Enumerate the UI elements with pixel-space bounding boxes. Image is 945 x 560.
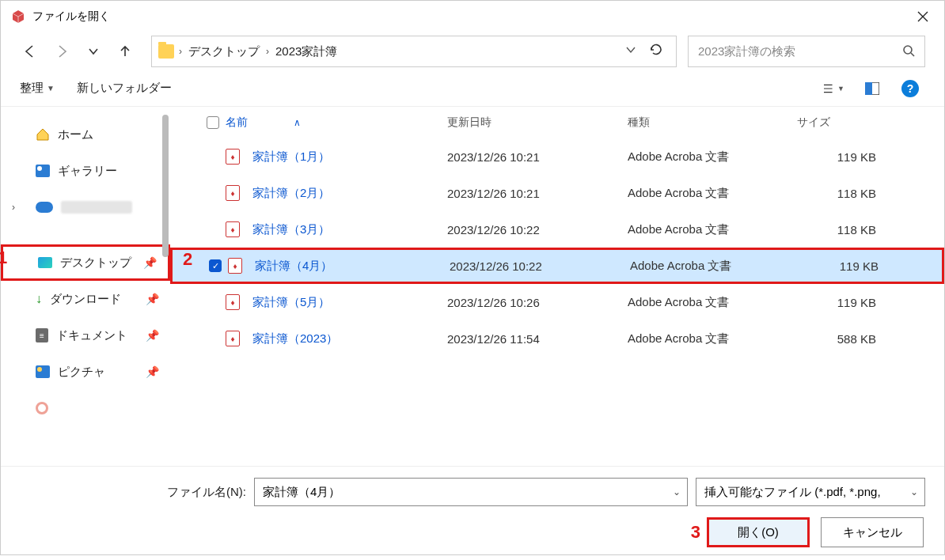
organize-button[interactable]: 整理▼ — [20, 81, 55, 96]
column-name[interactable]: 名前∧ — [226, 115, 447, 130]
sidebar-item-music[interactable] — [1, 390, 170, 426]
address-bar[interactable]: › デスクトップ › 2023家計簿 — [151, 36, 677, 67]
titlebar: ファイルを開く — [1, 1, 944, 32]
pin-icon: 📌 — [146, 329, 159, 342]
breadcrumb-item[interactable]: 2023家計簿 — [274, 41, 339, 62]
cloud-icon — [36, 202, 53, 213]
sidebar-item-home[interactable]: ホーム — [1, 116, 170, 153]
sort-arrow-icon: ∧ — [294, 117, 301, 128]
sidebar-item-documents[interactable]: ドキュメント 📌 — [1, 317, 170, 354]
download-icon: ↓ — [36, 292, 42, 306]
annotation-1: 1 — [0, 248, 7, 268]
file-row[interactable]: ♦家計簿（1月） 2023/12/26 10:21 Adobe Acroba 文… — [170, 138, 944, 175]
sidebar-item-onedrive[interactable]: › — [1, 189, 170, 225]
sidebar-label: デスクトップ — [60, 255, 131, 271]
sidebar: ホーム ギャラリー › 1 デスクトップ 📌 ↓ ダウンロード 📌 — [1, 107, 170, 466]
pin-icon: 📌 — [146, 365, 159, 378]
gallery-icon — [36, 165, 50, 177]
pdf-icon: ♦ — [226, 221, 240, 237]
file-row[interactable]: ♦家計簿（2月） 2023/12/26 10:21 Adobe Acroba 文… — [170, 175, 944, 211]
sidebar-item-desktop[interactable]: デスクトップ 📌 — [1, 244, 170, 281]
chevron-right-icon: › — [266, 46, 269, 57]
pdf-icon: ♦ — [228, 258, 242, 274]
svg-point-0 — [904, 46, 912, 54]
column-size[interactable]: サイズ — [797, 115, 900, 130]
refresh-icon[interactable] — [649, 43, 663, 60]
sidebar-label: ドキュメント — [56, 328, 127, 343]
chevron-right-icon: › — [12, 202, 15, 213]
search-placeholder: 2023家計簿の検索 — [698, 44, 795, 59]
annotation-2: 2 — [183, 249, 192, 270]
filetype-select[interactable]: 挿入可能なファイル (*.pdf, *.png, ⌄ — [696, 478, 925, 506]
sidebar-label: ピクチャ — [58, 365, 105, 380]
breadcrumb-item[interactable]: デスクトップ — [187, 41, 261, 62]
document-icon — [36, 328, 48, 342]
pictures-icon — [36, 365, 50, 378]
select-all-checkbox[interactable] — [207, 116, 219, 129]
svg-rect-2 — [865, 82, 872, 95]
chevron-down-icon[interactable] — [625, 44, 636, 59]
file-row[interactable]: ♦家計簿（3月） 2023/12/26 10:22 Adobe Acroba 文… — [170, 211, 944, 248]
sidebar-label: ダウンロード — [50, 292, 121, 307]
chevron-down-icon[interactable]: ⌄ — [673, 486, 681, 498]
pdf-icon: ♦ — [226, 185, 240, 201]
sidebar-item-gallery[interactable]: ギャラリー — [1, 153, 170, 189]
sidebar-item-downloads[interactable]: ↓ ダウンロード 📌 — [1, 281, 170, 317]
search-icon — [902, 44, 915, 59]
file-pane: 名前∧ 更新日時 種類 サイズ ♦家計簿（1月） 2023/12/26 10:2… — [170, 107, 944, 466]
recent-dropdown[interactable] — [83, 41, 104, 62]
preview-pane-button[interactable] — [862, 78, 882, 99]
music-icon — [36, 402, 48, 414]
back-button[interactable] — [20, 41, 40, 62]
help-button[interactable]: ? — [900, 78, 920, 99]
open-button[interactable]: 開く(O) — [707, 517, 810, 547]
bottom-panel: ファイル名(N): 家計簿（4月） ⌄ 挿入可能なファイル (*.pdf, *.… — [1, 466, 944, 554]
new-folder-button[interactable]: 新しいフォルダー — [77, 81, 172, 96]
chevron-down-icon[interactable]: ⌄ — [910, 486, 918, 498]
file-row[interactable]: ♦家計簿（5月） 2023/12/26 10:26 Adobe Acroba 文… — [170, 284, 944, 320]
sidebar-item-pictures[interactable]: ピクチャ 📌 — [1, 354, 170, 390]
sidebar-label: ホーム — [58, 127, 93, 142]
close-button[interactable] — [905, 4, 941, 29]
desktop-icon — [38, 257, 52, 268]
cancel-button[interactable]: キャンセル — [821, 517, 924, 547]
filename-input[interactable]: 家計簿（4月） ⌄ — [254, 478, 688, 506]
forward-button[interactable] — [51, 41, 72, 62]
search-input[interactable]: 2023家計簿の検索 — [688, 36, 925, 67]
column-date[interactable]: 更新日時 — [447, 115, 628, 130]
file-row[interactable]: ✓ ♦家計簿（4月） 2023/12/26 10:22 Adobe Acroba… — [170, 248, 944, 284]
column-type[interactable]: 種類 — [628, 115, 797, 130]
up-button[interactable] — [115, 41, 135, 62]
filename-label: ファイル名(N): — [167, 485, 246, 500]
pin-icon: 📌 — [146, 293, 159, 305]
folder-icon — [158, 44, 174, 59]
dialog-title: ファイルを開く — [32, 9, 935, 24]
file-row[interactable]: ♦家計簿（2023） 2023/12/26 11:54 Adobe Acroba… — [170, 320, 944, 357]
pdf-icon: ♦ — [226, 331, 240, 346]
pdf-icon: ♦ — [226, 149, 240, 165]
row-checkbox[interactable]: ✓ — [209, 259, 222, 272]
annotation-3: 3 — [691, 522, 700, 543]
pdf-icon: ♦ — [226, 294, 240, 310]
nav-row: › デスクトップ › 2023家計簿 2023家計簿の検索 — [1, 32, 944, 70]
sidebar-label: ギャラリー — [58, 164, 117, 179]
pin-icon: 📌 — [143, 256, 157, 269]
home-icon — [36, 128, 50, 141]
chevron-right-icon: › — [179, 46, 182, 57]
toolbar: 整理▼ 新しいフォルダー ▼ ? — [1, 70, 944, 107]
column-headers: 名前∧ 更新日時 種類 サイズ — [170, 107, 944, 138]
app-icon — [10, 9, 26, 25]
view-mode-button[interactable]: ▼ — [824, 78, 844, 99]
sidebar-label-redacted — [61, 201, 132, 214]
main-area: ホーム ギャラリー › 1 デスクトップ 📌 ↓ ダウンロード 📌 — [1, 107, 944, 466]
